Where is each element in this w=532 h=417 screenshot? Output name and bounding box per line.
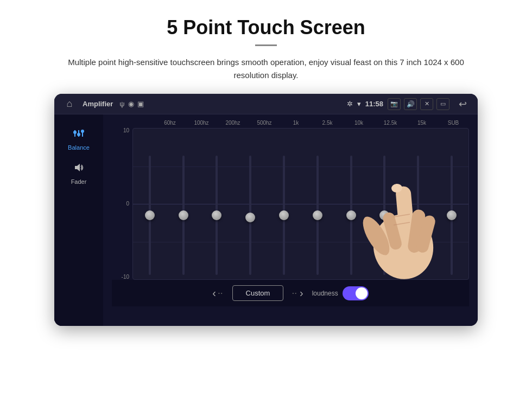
freq-200hz: 200hz <box>217 120 249 126</box>
slider-col-7: 0 <box>368 129 402 279</box>
action-icons: 📷 🔊 ✕ ▭ <box>388 98 449 110</box>
fader-label: Fader <box>71 178 87 185</box>
freq-12-5k: 12.5k <box>375 120 406 126</box>
freq-100hz: 100hz <box>186 120 217 126</box>
freq-1k: 1k <box>280 120 312 126</box>
slider-track-9[interactable] <box>451 156 453 275</box>
slider-track-1[interactable] <box>182 156 185 275</box>
svg-point-5 <box>81 130 84 133</box>
usb-icon: ψ <box>119 100 124 108</box>
slider-track-3[interactable] <box>249 156 251 275</box>
image-icon: ▣ <box>137 100 144 108</box>
slider-track-0[interactable] <box>149 156 151 275</box>
eq-bottom-bar: ‹ •• Custom •• › loudness <box>112 280 469 306</box>
status-right: ✲ ▾ 11:58 📷 🔊 ✕ ▭ ↩ <box>347 95 471 113</box>
svg-point-1 <box>73 131 77 134</box>
slider-track-7[interactable] <box>383 156 385 275</box>
loudness-toggle[interactable] <box>343 286 369 300</box>
sidebar-item-fader[interactable]: Fader <box>54 157 103 189</box>
slider-track-2[interactable] <box>216 156 218 275</box>
freq-15k: 15k <box>406 120 438 126</box>
slider-col-4: 0 <box>267 129 301 279</box>
volume-icon[interactable]: 🔊 <box>404 98 417 110</box>
freq-10k: 10k <box>343 120 375 126</box>
sidebar-item-balance[interactable]: Balance <box>54 123 103 155</box>
svg-point-3 <box>77 133 80 136</box>
window-icon[interactable]: ▭ <box>436 98 449 110</box>
prev-button[interactable]: ‹ •• <box>212 287 223 299</box>
scale-neg10: -10 <box>122 274 129 280</box>
next-button[interactable]: •• › <box>292 287 303 299</box>
slider-col-6: 0 <box>334 129 368 279</box>
slider-col-5: 0 <box>301 129 334 279</box>
toggle-knob <box>356 287 368 299</box>
app-title: Amplifier <box>83 100 113 108</box>
status-icons: ψ ◉ ▣ <box>119 100 143 108</box>
freq-labels: 60hz 100hz 200hz 500hz 1k 2.5k 10k 12.5k… <box>112 120 469 126</box>
speaker-icon <box>73 162 85 176</box>
balance-label: Balance <box>68 144 90 151</box>
freq-sub: SUB <box>438 120 469 126</box>
slider-col-1: 0 <box>167 129 200 279</box>
sliders-icon <box>73 127 85 142</box>
slider-track-4[interactable] <box>283 156 285 275</box>
eq-scale: 10 0 -10 <box>112 128 132 280</box>
slider-col-2: 0 <box>200 129 234 279</box>
sidebar: Balance Fader <box>54 114 103 326</box>
page-description: Multiple point high-sensitive touchscree… <box>54 56 478 82</box>
close-icon[interactable]: ✕ <box>420 98 433 110</box>
prev-dots: •• <box>218 291 224 296</box>
slider-col-3: 0 <box>233 129 267 279</box>
title-divider <box>255 44 277 46</box>
eq-area: 60hz 100hz 200hz 500hz 1k 2.5k 10k 12.5k… <box>103 114 478 326</box>
freq-60hz: 60hz <box>154 120 186 126</box>
camera-icon[interactable]: 📷 <box>388 98 401 110</box>
home-icon[interactable]: ⌂ <box>61 95 78 113</box>
back-button[interactable]: ↩ <box>454 95 471 113</box>
scale-0: 0 <box>126 201 129 207</box>
freq-2-5k: 2.5k <box>312 120 343 126</box>
slider-col-9: 0 <box>435 129 468 279</box>
wifi-icon: ▾ <box>357 100 361 108</box>
dot-icon: ◉ <box>128 100 134 108</box>
eq-chart: 10 0 -10 0 <box>112 128 469 280</box>
scale-10: 10 <box>123 128 129 133</box>
page-title: 5 Point Touch Screen <box>167 16 365 39</box>
main-area: Balance Fader 60hz 100hz 200h <box>54 114 478 326</box>
loudness-section: loudness <box>312 286 369 300</box>
status-bar: ⌂ Amplifier ψ ◉ ▣ ✲ ▾ 11:58 📷 🔊 ✕ ▭ ↩ <box>54 94 478 114</box>
next-dots: •• <box>292 291 297 296</box>
bluetooth-icon: ✲ <box>347 100 353 108</box>
slider-track-8[interactable] <box>417 156 419 275</box>
status-time: 11:58 <box>365 100 383 108</box>
slider-col-0: 0 <box>133 129 167 279</box>
next-icon: › <box>300 287 303 299</box>
slider-track-6[interactable] <box>350 156 352 275</box>
prev-icon: ‹ <box>212 287 216 299</box>
svg-marker-6 <box>75 164 80 171</box>
slider-col-8: 0 <box>401 129 435 279</box>
preset-button[interactable]: Custom <box>232 285 284 301</box>
loudness-label: loudness <box>312 290 338 297</box>
device-frame: ⌂ Amplifier ψ ◉ ▣ ✲ ▾ 11:58 📷 🔊 ✕ ▭ ↩ <box>54 94 478 326</box>
freq-500hz: 500hz <box>249 120 280 126</box>
eq-sliders-container: 0 0 0 <box>132 128 469 280</box>
slider-track-5[interactable] <box>316 156 319 275</box>
